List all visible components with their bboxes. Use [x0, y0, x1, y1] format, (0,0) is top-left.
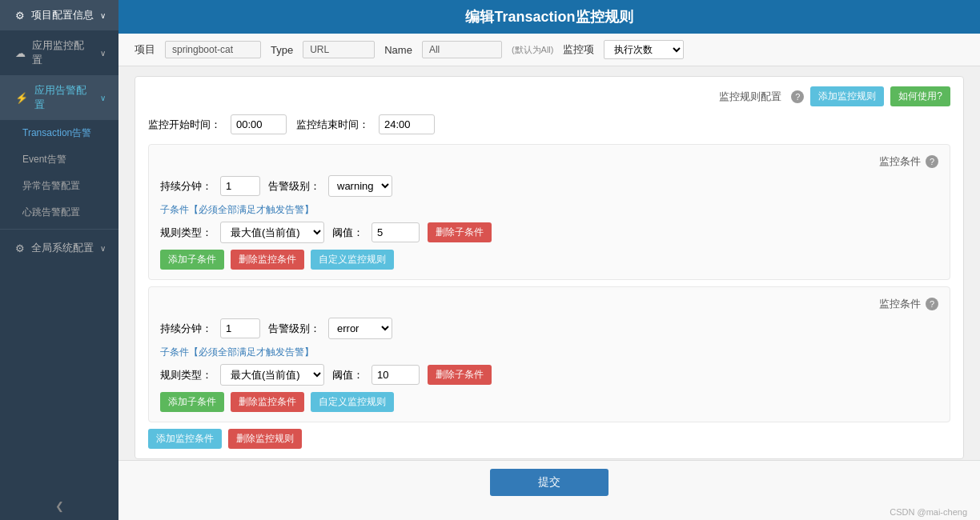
delete-rule-btn[interactable]: 删除监控规则 — [228, 429, 302, 449]
sidebar-subitem-heartbeat-alert[interactable]: 心跳告警配置 — [0, 199, 118, 226]
sidebar-item-app-alert[interactable]: ⚡ 应用告警配置 ∨ — [0, 75, 118, 120]
condition-header-2: 监控条件 ? — [160, 297, 938, 311]
sidebar-item-global-config[interactable]: ⚙ 全局系统配置 ∨ — [0, 233, 118, 263]
start-time-label: 监控开始时间： — [148, 118, 221, 132]
condition-section-1: 监控条件 ? 持续分钟： 告警级别： warning error info 子条… — [148, 144, 950, 280]
delete-subcond-btn-1[interactable]: 删除子条件 — [428, 222, 492, 242]
watermark: CSDN @mai-cheng — [118, 504, 980, 520]
lightning-icon: ⚡ — [15, 92, 28, 104]
delete-subcond-btn-2[interactable]: 删除子条件 — [428, 365, 492, 385]
threshold-input-1[interactable] — [372, 222, 420, 242]
add-condition-btn[interactable]: 添加监控条件 — [148, 429, 222, 449]
duration-label-1: 持续分钟： — [160, 179, 212, 194]
rule-type-label-1: 规则类型： — [160, 226, 212, 240]
custom-rule-btn-2[interactable]: 自定义监控规则 — [311, 392, 394, 412]
name-input[interactable] — [422, 41, 502, 58]
project-label: 项目 — [135, 42, 155, 57]
how-to-use-btn[interactable]: 如何使用? — [890, 86, 950, 106]
project-input[interactable] — [165, 41, 261, 58]
sidebar-subitem-transaction-alert[interactable]: Transaction告警 — [0, 120, 118, 146]
topbar: 编辑Transaction监控规则 — [118, 0, 980, 34]
level-select-2[interactable]: warning error info — [328, 318, 392, 339]
btn-row-1: 添加子条件 删除监控条件 自定义监控规则 — [160, 250, 938, 270]
chevron-down-icon: ∨ — [100, 49, 106, 58]
rule-type-select-2[interactable]: 最大值(当前值) 最小值(当前值) 平均值 — [220, 364, 324, 386]
help-icon[interactable]: ? — [791, 90, 804, 103]
monitor-label: 监控项 — [563, 42, 594, 57]
rule-type-label-2: 规则类型： — [160, 368, 212, 382]
duration-label-2: 持续分钟： — [160, 322, 212, 336]
card-header: 监控规则配置 ? 添加监控规则 如何使用? — [148, 86, 950, 106]
end-time-label: 监控结束时间： — [296, 118, 369, 132]
sidebar-subitem-exception-alert[interactable]: 异常告警配置 — [0, 173, 118, 199]
add-subcond-btn-2[interactable]: 添加子条件 — [160, 392, 224, 412]
threshold-input-2[interactable] — [372, 365, 420, 385]
sidebar: ⚙ 项目配置信息 ∨ ☁ 应用监控配置 ∨ ⚡ 应用告警配置 ∨ Transac… — [0, 0, 118, 520]
threshold-label-1: 阈值： — [332, 226, 363, 240]
condition-label-2: 监控条件 — [879, 297, 921, 311]
chevron-down-icon: ∨ — [100, 94, 106, 102]
sidebar-item-label: 应用告警配置 — [34, 83, 94, 112]
rule-row-1: 规则类型： 最大值(当前值) 最小值(当前值) 平均值 阈值： 删除子条件 — [160, 222, 938, 243]
type-input[interactable] — [303, 41, 375, 58]
delete-cond-btn-1[interactable]: 删除监控条件 — [231, 250, 304, 270]
sidebar-item-project-config[interactable]: ⚙ 项目配置信息 ∨ — [0, 0, 118, 30]
name-hint: (默认为All) — [512, 44, 554, 56]
sidebar-item-label: 项目配置信息 — [31, 8, 94, 22]
sidebar-collapse-btn[interactable]: ❮ — [0, 492, 118, 520]
sidebar-subitem-label: Transaction告警 — [22, 127, 91, 138]
sidebar-item-label: 应用监控配置 — [32, 38, 94, 67]
custom-rule-btn-1[interactable]: 自定义监控规则 — [311, 250, 394, 270]
sidebar-subitem-label: 心跳告警配置 — [22, 206, 80, 218]
cloud-icon: ☁ — [15, 47, 26, 59]
gear-icon: ⚙ — [15, 242, 25, 254]
level-label-2: 告警级别： — [268, 322, 320, 336]
name-label: Name — [384, 44, 412, 56]
submit-btn[interactable]: 提交 — [490, 469, 608, 496]
level-select-1[interactable]: warning error info — [328, 175, 392, 197]
add-subcond-btn-1[interactable]: 添加子条件 — [160, 250, 224, 270]
condition-row-2: 持续分钟： 告警级别： warning error info — [160, 318, 938, 339]
add-monitor-rule-btn[interactable]: 添加监控规则 — [810, 86, 884, 106]
page-title: 编辑Transaction监控规则 — [465, 7, 633, 26]
monitor-rules-card: 监控规则配置 ? 添加监控规则 如何使用? 监控开始时间： 监控结束时间： 监控… — [135, 76, 964, 459]
rule-row-2: 规则类型： 最大值(当前值) 最小值(当前值) 平均值 阈值： 删除子条件 — [160, 364, 938, 386]
threshold-label-2: 阈值： — [332, 368, 363, 382]
condition-help-icon-1[interactable]: ? — [926, 155, 938, 168]
main-content: 编辑Transaction监控规则 项目 Type Name (默认为All) … — [118, 0, 980, 520]
subtitle-bar: 项目 Type Name (默认为All) 监控项 执行次数 — [118, 34, 980, 66]
condition-row-1: 持续分钟： 告警级别： warning error info — [160, 175, 938, 197]
condition-help-icon-2[interactable]: ? — [926, 298, 938, 310]
submit-bar: 提交 — [118, 460, 980, 504]
subcondition-label-1: 子条件【必须全部满足才触发告警】 — [160, 203, 938, 217]
level-label-1: 告警级别： — [268, 179, 320, 194]
gear-icon: ⚙ — [15, 10, 25, 22]
btn-row-2: 添加子条件 删除监控条件 自定义监控规则 — [160, 392, 938, 412]
delete-cond-btn-2[interactable]: 删除监控条件 — [231, 392, 304, 412]
condition-label-1: 监控条件 — [879, 154, 921, 169]
condition-header-1: 监控条件 ? — [160, 154, 938, 169]
rule-type-select-1[interactable]: 最大值(当前值) 最小值(当前值) 平均值 — [220, 222, 324, 243]
sidebar-subitem-event-alert[interactable]: Event告警 — [0, 146, 118, 173]
sidebar-subitem-label: Event告警 — [22, 154, 66, 165]
duration-input-1[interactable] — [220, 176, 260, 196]
time-row: 监控开始时间： 监控结束时间： — [148, 114, 950, 134]
monitor-config-label: 监控规则配置 — [719, 90, 781, 104]
condition-section-2: 监控条件 ? 持续分钟： 告警级别： warning error info 子条… — [148, 286, 950, 422]
sidebar-item-app-monitor[interactable]: ☁ 应用监控配置 ∨ — [0, 30, 118, 75]
sidebar-subitem-label: 异常告警配置 — [22, 180, 80, 191]
subcondition-label-2: 子条件【必须全部满足才触发告警】 — [160, 346, 938, 359]
monitor-select[interactable]: 执行次数 — [604, 40, 684, 59]
type-label: Type — [271, 44, 293, 56]
sidebar-item-label: 全局系统配置 — [31, 241, 94, 255]
end-time-input[interactable] — [379, 114, 435, 134]
bottom-actions: 添加监控条件 删除监控规则 — [148, 429, 950, 449]
chevron-down-icon: ∨ — [100, 244, 106, 253]
chevron-down-icon: ∨ — [100, 11, 106, 20]
content-area: 监控规则配置 ? 添加监控规则 如何使用? 监控开始时间： 监控结束时间： 监控… — [118, 66, 980, 460]
duration-input-2[interactable] — [220, 318, 260, 338]
start-time-input[interactable] — [231, 114, 287, 134]
